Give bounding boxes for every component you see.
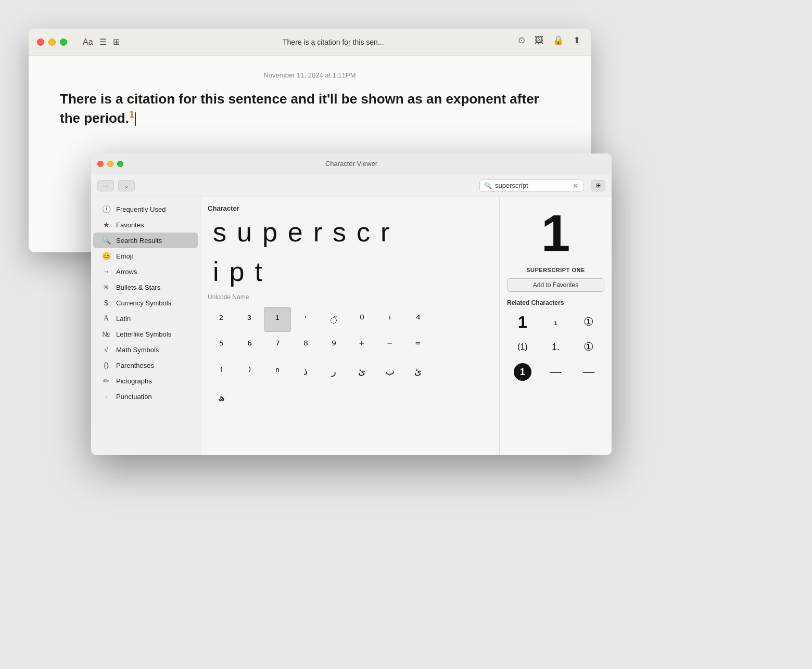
search-input[interactable]: superscript — [495, 182, 569, 189]
char-cell-lparen[interactable]: ⁽ — [208, 359, 235, 384]
char-cell-2[interactable]: ² — [208, 307, 235, 332]
related-char-circled-1b[interactable]: ① — [573, 336, 604, 358]
notes-toolbar: ⊙ 🖼 🔒 ⬆ — [518, 35, 580, 46]
sidebar-item-punctuation[interactable]: · Punctuation — [93, 389, 198, 404]
char-close-button[interactable] — [97, 161, 104, 167]
sidebar-label-letterlike: Letterlike Symbols — [116, 330, 171, 338]
char-cell-3[interactable]: ³ — [236, 307, 263, 332]
char-cell-8[interactable]: ⁸ — [292, 333, 319, 358]
grid-view-button[interactable]: ⊞ — [591, 180, 605, 191]
char-cell-9[interactable]: ⁹ — [320, 333, 347, 358]
big-letter-c[interactable]: c — [351, 214, 375, 250]
sidebar-item-currency[interactable]: $ Currency Symbols — [93, 295, 198, 311]
notes-traffic-lights — [37, 38, 67, 46]
sidebar-item-parentheses[interactable]: () Parentheses — [93, 357, 198, 373]
char-cell-5[interactable]: ⁵ — [208, 333, 235, 358]
notes-body-text[interactable]: There is a citation for this sentence an… — [60, 89, 560, 127]
big-letter-t[interactable]: t — [249, 254, 267, 289]
sidebar-item-bullets-stars[interactable]: ✳ Bullets & Stars — [93, 279, 198, 295]
notes-date: November 11, 2024 at 1:11PM — [60, 71, 560, 79]
pictographs-icon: ✏ — [102, 377, 111, 385]
sidebar-label-punctuation: Punctuation — [116, 393, 152, 401]
big-letter-s2[interactable]: s — [327, 214, 351, 250]
sidebar-item-frequently-used[interactable]: 🕐 Frequently Used — [93, 201, 198, 217]
char-cell-0[interactable]: ⁰ — [348, 307, 375, 332]
char-minimize-button[interactable] — [107, 161, 113, 167]
char-cell-arabic-2[interactable]: ر — [320, 359, 347, 384]
char-cell-arabic-3[interactable]: ئ — [348, 359, 375, 384]
char-cell-arabic-4[interactable]: ب — [376, 359, 403, 384]
char-cell-equals[interactable]: ⁼ — [404, 333, 432, 358]
add-to-favorites-button[interactable]: Add to Favorites — [507, 278, 604, 292]
related-char-subscript-1[interactable]: ₁ — [540, 311, 572, 333]
char-toolbar: ··· ⌄ 🔍 superscript ✕ ⊞ — [91, 174, 612, 197]
char-cell-1-selected[interactable]: ¹ — [264, 307, 291, 332]
char-back-button[interactable]: ··· — [97, 180, 114, 191]
sidebar-label-latin: Latin — [116, 315, 131, 323]
big-letter-u[interactable]: u — [232, 214, 257, 250]
star-icon: ★ — [102, 221, 111, 229]
notes-collab-icon[interactable]: ⊙ — [518, 35, 525, 46]
notes-list-icon[interactable]: ☰ — [99, 37, 107, 47]
notes-titlebar: Aa ☰ ⊞ There is a citation for this sen.… — [29, 29, 591, 56]
char-cell-arabic-6[interactable]: ھ — [208, 385, 235, 410]
related-char-em-dash-2[interactable]: — — [573, 361, 604, 383]
related-char-circled-1[interactable]: ① — [573, 311, 604, 333]
related-char-paren-1[interactable]: (1) — [507, 336, 538, 358]
notes-share-icon[interactable]: ⬆ — [573, 35, 580, 46]
char-cell-n-super[interactable]: ⁿ — [264, 359, 291, 384]
notes-font-icon[interactable]: Aa — [83, 37, 93, 47]
sidebar-item-letterlike[interactable]: № Letterlike Symbols — [93, 326, 198, 342]
big-letter-p[interactable]: p — [257, 214, 283, 250]
big-letter-p2[interactable]: p — [224, 254, 250, 289]
big-letter-s[interactable]: s — [208, 214, 232, 250]
unicode-name-label: Unicode Name — [208, 293, 492, 301]
related-char-1-large[interactable]: 1 — [507, 311, 538, 333]
sidebar-item-search-results[interactable]: 🔍 Search Results — [93, 233, 198, 248]
char-titlebar: Character Viewer — [91, 153, 612, 174]
sidebar-item-math[interactable]: √ Math Symbols — [93, 342, 198, 357]
emoji-icon: 😊 — [102, 252, 111, 260]
sidebar-item-pictographs[interactable]: ✏ Pictographs — [93, 373, 198, 389]
char-cell-prime[interactable]: ʹ — [292, 307, 319, 332]
sidebar-item-emoji[interactable]: 😊 Emoji — [93, 248, 198, 264]
sidebar-item-arrows[interactable]: → Arrows — [93, 264, 198, 279]
char-cell-arabic-1[interactable]: ذ — [292, 359, 319, 384]
big-letter-r2[interactable]: r — [375, 214, 395, 250]
char-cell-rparen[interactable]: ⁾ — [236, 359, 263, 384]
char-cell-7[interactable]: ⁷ — [264, 333, 291, 358]
char-cell-i-super[interactable]: ⁱ — [376, 307, 403, 332]
sidebar-item-latin[interactable]: A Latin — [93, 311, 198, 326]
char-cell-plus[interactable]: ⁺ — [348, 333, 375, 358]
char-traffic-lights — [97, 161, 123, 167]
char-cell-6[interactable]: ⁶ — [236, 333, 263, 358]
search-box: 🔍 superscript ✕ — [479, 179, 583, 192]
big-letter-e[interactable]: e — [283, 214, 308, 250]
notes-maximize-button[interactable] — [60, 38, 67, 46]
char-cell-arabic-5[interactable]: ئ — [404, 359, 432, 384]
char-cell-minus[interactable]: ⁻ — [376, 333, 403, 358]
search-sidebar-icon: 🔍 — [102, 236, 111, 245]
char-cell-4[interactable]: ⁴ — [404, 307, 432, 332]
related-char-1-period[interactable]: 1. — [540, 336, 572, 358]
big-letter-r[interactable]: r — [308, 214, 327, 250]
related-chars-grid: 1 ₁ ① (1) 1. ① 1 — — — [507, 311, 604, 383]
sidebar-label-pictographs: Pictographs — [116, 377, 152, 385]
character-viewer-window: Character Viewer ··· ⌄ 🔍 superscript ✕ ⊞ — [91, 153, 612, 455]
notes-lock-icon[interactable]: 🔒 — [553, 35, 564, 46]
char-grid-row-1: ² ³ ¹ ʹ ◌̃ ⁰ ⁱ ⁴ — [208, 307, 492, 332]
notes-minimize-button[interactable] — [48, 38, 56, 46]
char-maximize-button[interactable] — [117, 161, 123, 167]
char-cell-hook[interactable]: ◌̃ — [320, 307, 347, 332]
search-clear-button[interactable]: ✕ — [573, 182, 579, 190]
big-letter-i[interactable]: i — [208, 254, 224, 289]
sidebar-item-favorites[interactable]: ★ Favorites — [93, 217, 198, 233]
related-char-bullet-circle[interactable]: 1 — [507, 361, 538, 383]
char-grid-row-4: ھ — [208, 385, 492, 410]
related-char-em-dash[interactable]: — — [540, 361, 572, 383]
notes-table-icon[interactable]: ⊞ — [113, 37, 120, 47]
char-big-letters-2: i p t — [208, 254, 492, 289]
notes-close-button[interactable] — [37, 38, 44, 46]
notes-media-icon[interactable]: 🖼 — [535, 35, 543, 46]
char-dropdown-button[interactable]: ⌄ — [118, 180, 135, 191]
